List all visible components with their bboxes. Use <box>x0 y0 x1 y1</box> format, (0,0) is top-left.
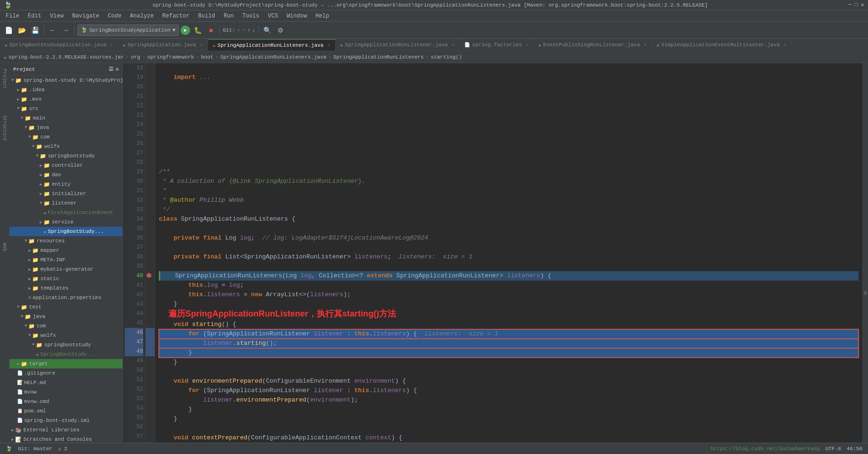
code-line-34: class SpringApplicationRunListeners { <box>159 214 859 224</box>
breadcrumb-project[interactable]: spring-boot-2.2.5.RELEASE-sources.jar <box>9 54 124 60</box>
tree-entity[interactable]: ▶ 📁 entity <box>9 180 122 189</box>
menu-edit[interactable]: Edit <box>24 12 45 20</box>
tab-springbootstudyapplication[interactable]: ☕ SpringBootStudyApplication.java ✕ <box>0 39 118 51</box>
tree-appproperties[interactable]: ⚙ application.properties <box>9 293 122 302</box>
breadcrumb-method[interactable]: starting() <box>431 54 462 60</box>
tree-java[interactable]: ▼ 📁 java <box>9 123 122 132</box>
scroll-indicator[interactable] <box>862 63 868 443</box>
toolbar-settings-btn[interactable]: ⚙ <box>275 25 286 36</box>
tree-scratches[interactable]: ▶ 📝 Scratches and Consoles <box>9 435 122 443</box>
tree-service[interactable]: ▶ 📁 service <box>9 217 122 227</box>
tree-helpmd[interactable]: 📝 HELP.md <box>9 378 122 387</box>
tab-simpleapplicationeventmulticaster[interactable]: ☕ SimpleApplicationEventMulticaster.java… <box>652 39 792 51</box>
menu-code[interactable]: Code <box>104 12 125 20</box>
tree-firstapplication[interactable]: ☕ FirstApplicationEvent <box>9 208 122 217</box>
tree-templates[interactable]: ▶ 📁 templates <box>9 283 122 293</box>
menu-run[interactable]: Run <box>220 12 238 20</box>
menu-window[interactable]: Window <box>283 12 311 20</box>
tree-label: java <box>36 125 49 130</box>
close-btn[interactable]: ✕ <box>861 1 864 9</box>
tab-springapplication[interactable]: ☕ SpringApplication.java ✕ <box>118 39 208 51</box>
code-line-57: void contextPrepared(ConfigurableApplica… <box>159 433 859 443</box>
tree-test[interactable]: ▼ 📁 test <box>9 302 122 312</box>
tree-test-com[interactable]: ▼ 📁 com <box>9 321 122 331</box>
tree-springbootstudyapp[interactable]: ☕ SpringBootStudy... <box>9 227 122 236</box>
tree-project-root[interactable]: ▼ 📁 spring-boot-study D:\MyStudyProject <box>9 76 122 85</box>
sidebar-icon1[interactable]: ☰ <box>109 66 113 72</box>
maximize-btn[interactable]: □ <box>855 1 858 9</box>
tree-gitignore[interactable]: 📄 .gitignore <box>9 368 122 378</box>
toolbar-back-btn[interactable]: ← <box>47 25 58 36</box>
tree-external-libraries[interactable]: ▶ 📚 External Libraries <box>9 425 122 435</box>
breadcrumb-boot[interactable]: boot <box>201 54 213 60</box>
structure-tab[interactable]: Structure <box>1 113 8 143</box>
toolbar-search-btn[interactable]: 🔍 <box>261 25 273 36</box>
tree-target[interactable]: ▶ 📁 target <box>9 359 122 368</box>
tree-label: FirstApplicationEvent <box>48 210 113 215</box>
tab-springfactories[interactable]: 📄 spring.factories ✕ <box>460 39 534 51</box>
tree-label: test <box>29 304 41 310</box>
tree-test-springbootstudyapp[interactable]: ☕ SpringBootStudy... <box>9 350 122 359</box>
menu-analyze[interactable]: Analyze <box>126 12 157 20</box>
tree-dao[interactable]: ▶ 📁 dao <box>9 170 122 180</box>
tree-wolfx[interactable]: ▼ 📁 wolfx <box>9 142 122 151</box>
tree-resources[interactable]: ▼ 📁 resources <box>9 236 122 246</box>
tree-mvnw[interactable]: 📄 mvnw <box>9 387 122 397</box>
git-branch[interactable]: Git: master <box>18 446 52 452</box>
tree-idea[interactable]: ▶ 📁 .idea <box>9 85 122 94</box>
stop-button[interactable]: ■ <box>205 25 217 36</box>
tab-eventpublishingrunlistener[interactable]: ☕ EventPublishingRunListener.java ✕ <box>534 39 652 51</box>
project-icon: 📁 <box>15 77 22 84</box>
status-encoding[interactable]: UTF-8 <box>825 446 841 452</box>
project-tab[interactable]: Project <box>1 67 8 91</box>
tab-springapplicationrunlisteners[interactable]: ☕ SpringApplicationRunListeners.java ✕ <box>208 39 336 51</box>
sidebar-icon2[interactable]: ⚙ <box>115 66 119 72</box>
tree-mvnwcmd[interactable]: 📄 mvnw.cmd <box>9 397 122 406</box>
tree-src[interactable]: ▼ 📁 src <box>9 104 122 113</box>
tree-springbootstudy[interactable]: ▼ 📁 springbootstudy <box>9 151 122 161</box>
git-label: Git: <box>223 27 235 33</box>
menu-view[interactable]: View <box>46 12 68 20</box>
tree-mybatisgenerator[interactable]: ▶ 📁 mybatis-generator <box>9 265 122 274</box>
menu-refactor[interactable]: Refactor <box>158 12 193 20</box>
menu-tools[interactable]: Tools <box>239 12 263 20</box>
tree-test-springbootstudy[interactable]: ▼ 📁 springbootstudy <box>9 340 122 350</box>
tree-test-wolfx[interactable]: ▼ 📁 wolfx <box>9 331 122 340</box>
debug-button[interactable]: 🐛 <box>192 25 203 36</box>
code-line-53: listener.environmentPrepared(environment… <box>159 395 859 405</box>
tree-mvn[interactable]: ▶ 📁 .mvn <box>9 94 122 104</box>
tab-springapplicationrunlistener[interactable]: ☕ SpringApplicationRunListener.java ✕ <box>336 39 460 51</box>
toolbar-save-btn[interactable]: 💾 <box>29 25 41 36</box>
tree-com[interactable]: ▼ 📁 com <box>9 132 122 142</box>
tree-iml[interactable]: 📄 spring-boot-study.iml <box>9 416 122 425</box>
code-editor[interactable]: 18 19 20 21 22 23 24 25 26 27 28 29 30 3… <box>123 63 868 443</box>
minimize-btn[interactable]: ─ <box>848 1 851 9</box>
tree-metainf[interactable]: ▶ 📁 META-INF <box>9 255 122 265</box>
breadcrumb-org[interactable]: org <box>131 54 140 60</box>
tree-main[interactable]: ▼ 📁 main <box>9 113 122 123</box>
tree-listener[interactable]: ▼ 📁 listener <box>9 198 122 208</box>
toolbar-forward-btn[interactable]: → <box>60 25 71 36</box>
run-button[interactable]: ▶ <box>181 26 190 35</box>
menu-vcs[interactable]: VCS <box>264 12 282 20</box>
breadcrumb-class[interactable]: SpringApplicationRunListeners <box>333 54 424 60</box>
menu-build[interactable]: Build <box>194 12 219 20</box>
code-area[interactable]: import ... /** * A collection of {@Link … <box>155 63 862 443</box>
tree-static[interactable]: ▶ 📁 static <box>9 274 122 283</box>
tree-mapper[interactable]: ▶ 📁 mapper <box>9 246 122 255</box>
tree-test-java[interactable]: ▼ 📁 java <box>9 312 122 321</box>
toolbar-open-btn[interactable]: 📂 <box>16 25 27 36</box>
breadcrumb-file[interactable]: SpringApplicationRunListeners.java <box>220 54 326 60</box>
menu-file[interactable]: File <box>2 12 23 20</box>
web-tab[interactable]: Web <box>1 241 8 253</box>
tree-pomxml[interactable]: 📋 pom.xml <box>9 406 122 416</box>
menu-help[interactable]: Help <box>312 12 333 20</box>
breadcrumb-springframework[interactable]: springframework <box>147 54 194 60</box>
tree-controller[interactable]: ▶ 📁 controller <box>9 161 122 170</box>
menu-bar: File Edit View Navigate Code Analyze Ref… <box>0 10 868 22</box>
tree-initializer[interactable]: ▶ 📁 initializer <box>9 189 122 198</box>
run-config-dropdown[interactable]: 🍃 SpringBootStudyApplication ▼ <box>78 25 179 36</box>
toolbar-new-btn[interactable]: 📄 <box>3 25 14 36</box>
scratches-label: Scratches and Consoles <box>23 437 92 442</box>
menu-navigate[interactable]: Navigate <box>68 12 103 20</box>
